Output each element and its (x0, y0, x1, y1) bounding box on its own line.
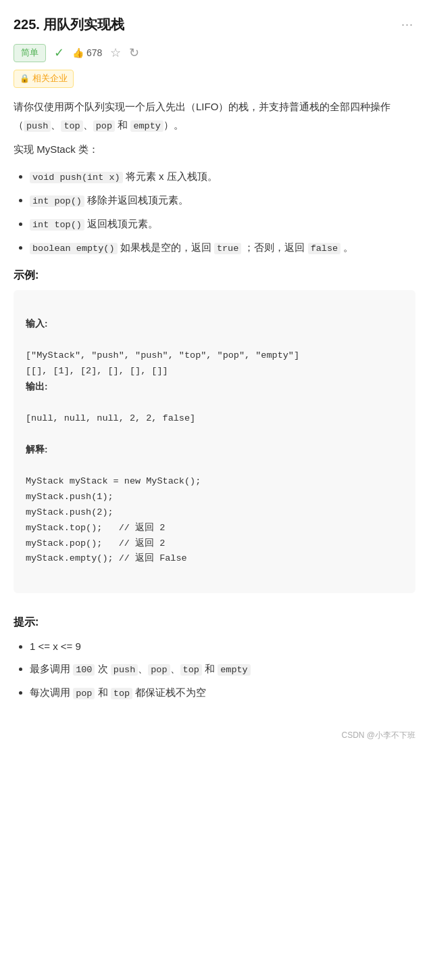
hint-title: 提示: (14, 613, 415, 631)
list-item: 最多调用 100 次 push、pop、top 和 empty (30, 660, 415, 678)
hint-list: 1 <= x <= 9 最多调用 100 次 push、pop、top 和 em… (14, 638, 415, 702)
page-title: 225. 用队列实现栈 (14, 14, 124, 35)
list-item: boolean empty() 如果栈是空的，返回 true ；否则，返回 fa… (30, 239, 415, 257)
desc-code-push: push (24, 120, 51, 132)
footer: CSDN @小李不下班 (14, 729, 415, 742)
input-value: ["MyStack", "push", "push", "top", "pop"… (26, 350, 299, 376)
hint-code-top: top (180, 664, 202, 676)
example-section: 示例: 输入: ["MyStack", "push", "push", "top… (14, 266, 415, 593)
output-value: [null, null, null, 2, 2, false] (26, 413, 195, 423)
list-item: int top() 返回栈顶元素。 (30, 215, 415, 233)
method-code-3: int top() (30, 219, 84, 231)
hint-code-pop2: pop (73, 688, 95, 699)
desc-code-empty: empty (130, 120, 163, 132)
hint-code-empty: empty (218, 664, 251, 676)
lock-icon: 🔒 (20, 72, 30, 85)
tag-row: 🔒 相关企业 (14, 70, 415, 88)
hint-code-100: 100 (73, 664, 95, 676)
difficulty-badge: 简单 (14, 44, 46, 62)
list-item: 1 <= x <= 9 (30, 638, 415, 655)
like-count: 👍 678 (72, 45, 102, 60)
list-item: int pop() 移除并返回栈顶元素。 (30, 191, 415, 210)
company-tag-label: 相关企业 (32, 72, 68, 86)
description: 请你仅使用两个队列实现一个后入先出（LIFO）的栈，并支持普通栈的全部四种操作（… (14, 97, 415, 158)
input-label: 输入: (26, 319, 48, 329)
meta-row: 简单 ✓ 👍 678 ☆ ↻ (14, 43, 415, 63)
method-code-false: false (308, 243, 341, 254)
desc-code-pop: pop (93, 120, 115, 132)
example-title: 示例: (14, 266, 415, 284)
explain-value: MyStack myStack = new MyStack(); myStack… (26, 476, 201, 564)
desc-code-top: top (61, 120, 82, 132)
example-box: 输入: ["MyStack", "push", "push", "top", "… (14, 290, 415, 593)
like-number: 678 (86, 45, 102, 60)
more-icon[interactable]: ··· (399, 16, 415, 32)
list-item: void push(int x) 将元素 x 压入栈顶。 (30, 168, 415, 186)
hint-code-top2: top (111, 688, 132, 699)
footer-text: CSDN @小李不下班 (341, 730, 415, 740)
hint-code-pop: pop (148, 664, 170, 676)
method-code-2: int pop() (30, 195, 84, 207)
desc-impl: 实现 MyStack 类： (14, 140, 415, 158)
method-code-1: void push(int x) (30, 172, 123, 183)
list-item: 每次调用 pop 和 top 都保证栈不为空 (30, 684, 415, 702)
method-list: void push(int x) 将元素 x 压入栈顶。 int pop() 移… (14, 168, 415, 257)
output-label: 输出: (26, 381, 48, 392)
thumb-icon: 👍 (72, 45, 84, 60)
refresh-icon[interactable]: ↻ (129, 43, 139, 63)
star-icon[interactable]: ☆ (110, 43, 121, 63)
page-header: 225. 用队列实现栈 ··· (14, 14, 415, 35)
method-code-true: true (214, 243, 241, 254)
desc-para-1: 请你仅使用两个队列实现一个后入先出（LIFO）的栈，并支持普通栈的全部四种操作（… (14, 97, 415, 135)
method-code-4: boolean empty() (30, 243, 118, 254)
check-icon: ✓ (54, 43, 64, 63)
hint-section: 提示: 1 <= x <= 9 最多调用 100 次 push、pop、top … (14, 613, 415, 702)
explain-label: 解释: (26, 444, 48, 454)
company-tag[interactable]: 🔒 相关企业 (14, 70, 74, 88)
hint-code-push: push (111, 664, 138, 676)
